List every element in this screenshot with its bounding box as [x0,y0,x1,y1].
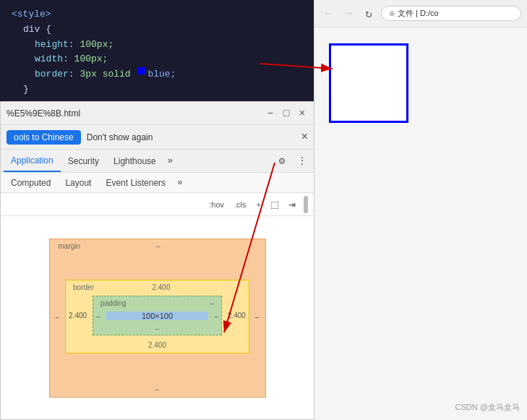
address-text: 文件 | D:/co [398,8,439,19]
forward-button[interactable]: → [340,6,356,22]
browser-toolbar: ← → ↻ ⊕ 文件 | D:/co [314,0,527,27]
margin-label: margin [54,241,85,252]
styles-filter-input[interactable] [7,200,202,210]
maximize-button[interactable]: □ [280,108,292,119]
border-left-val: 2.400 [66,312,90,320]
sub-tab-more-button[interactable]: » [173,178,187,188]
cls-button[interactable]: .cls [231,198,250,211]
devtools-window: %E5%9E%8B.html − □ × ools to Chinese Don… [0,101,314,420]
minimize-button[interactable]: − [265,108,276,119]
translate-button[interactable]: ools to Chinese [7,130,81,145]
padding-middle-row: – 100×100 – [93,310,221,322]
title-bar: %E5%9E%8B.html − □ × [1,102,314,125]
code-line-3: height: 100px; [35,38,307,53]
box-model-area: margin – – border 2.400 2.400 [1,216,314,419]
code-line-5: border: 3px solid blue; [35,67,307,82]
code-line-4: width: 100px; [35,52,307,67]
padding-left-dash: – [93,312,103,320]
tab-security[interactable]: Security [61,150,106,172]
code-prop-width: width: [35,52,74,67]
translate-bar: ools to Chinese Don't show again × [1,125,314,150]
back-button[interactable]: ← [320,6,336,22]
close-translate-button[interactable]: × [301,131,308,144]
tab-application[interactable]: Application [4,150,61,172]
address-bar[interactable]: ⊕ 文件 | D:/co [381,6,521,21]
padding-bottom-dash: – [155,325,160,333]
box-model-diagram: margin – – border 2.400 2.400 [49,239,266,398]
margin-top-dash: – [152,241,165,252]
devtools-sub-tabs: Computed Layout Event Listeners » [1,173,314,193]
devtools-main-tabs: Application Security Lighthouse » ⚙ ⋮ [1,150,314,173]
padding-bottom: – [93,322,221,335]
code-val-height: 100px; [80,38,113,53]
border-label: border [69,282,98,293]
inspect-icon[interactable]: ⇥ [285,197,299,212]
border-middle-row: 2.400 padding – – [66,294,249,337]
window-controls: − □ × [265,108,308,119]
margin-middle-row: – border 2.400 2.400 [50,253,265,381]
code-prop-border: border: [35,67,80,82]
new-style-rule-icon[interactable]: ⬚ [267,197,282,212]
settings-icon[interactable]: ⚙ [273,153,291,170]
sub-tab-layout[interactable]: Layout [58,173,98,192]
code-editor: <style> div { height: 100px; width: 100p… [0,0,318,112]
sub-tab-event-listeners[interactable]: Event Listeners [98,173,173,192]
tab-lighthouse[interactable]: Lighthouse [106,150,163,172]
sub-tab-computed[interactable]: Computed [4,173,58,192]
margin-bottom-dash: – [155,385,160,393]
styles-toolbar: :hov .cls + ⬚ ⇥ [1,193,314,216]
padding-top-dash: – [205,298,218,309]
code-closing: } [23,82,29,98]
menu-icon[interactable]: ⋮ [294,153,311,170]
padding-right-dash: – [211,312,221,320]
margin-bottom: – [50,381,265,397]
reload-button[interactable]: ↻ [361,6,377,22]
csdn-watermark: CSDN @盒马盒马 [455,402,520,413]
hov-button[interactable]: :hov [205,198,228,211]
dont-show-label[interactable]: Don't show again [87,132,153,142]
border-layer: border 2.400 2.400 padding – [65,280,249,353]
tab-more-button[interactable]: » [163,156,177,166]
devtools-icons: ⚙ ⋮ [273,153,311,170]
padding-layer: padding – – 100×100 – [93,296,222,335]
margin-right-val: – [252,313,265,321]
color-swatch-blue [138,67,145,74]
code-selector: div { [23,22,51,38]
code-val-border: 3px solid [80,67,136,82]
code-val-width: 100px; [74,52,108,67]
border-top-val: 2.400 [147,282,174,293]
add-style-button[interactable]: + [253,198,265,211]
content-box: 100×100 [106,312,209,320]
content-dimensions: 100×100 [142,312,173,320]
border-right-val: 2.400 [225,312,249,320]
code-line-6: } [23,82,307,98]
title-text: %E5%9E%8B.html [7,108,265,119]
margin-layer: margin – – border 2.400 2.400 [49,239,266,398]
border-bottom: 2.400 [66,337,249,353]
code-tag: <style> [12,7,51,22]
preview-div [329,43,408,123]
scroll-indicator [304,196,308,213]
padding-label: padding [96,298,131,309]
address-security-icon: ⊕ [389,9,395,17]
code-prop-height: height: [35,38,80,53]
code-line-1: <style> [12,7,307,22]
margin-left-val: – [50,313,63,321]
close-button[interactable]: × [296,108,308,119]
browser-view: ← → ↻ ⊕ 文件 | D:/co CSDN @盒马盒马 [314,0,527,420]
code-line-2: div { [23,22,307,38]
code-val-blue: blue; [147,67,176,82]
border-bottom-val: 2.400 [148,341,166,349]
